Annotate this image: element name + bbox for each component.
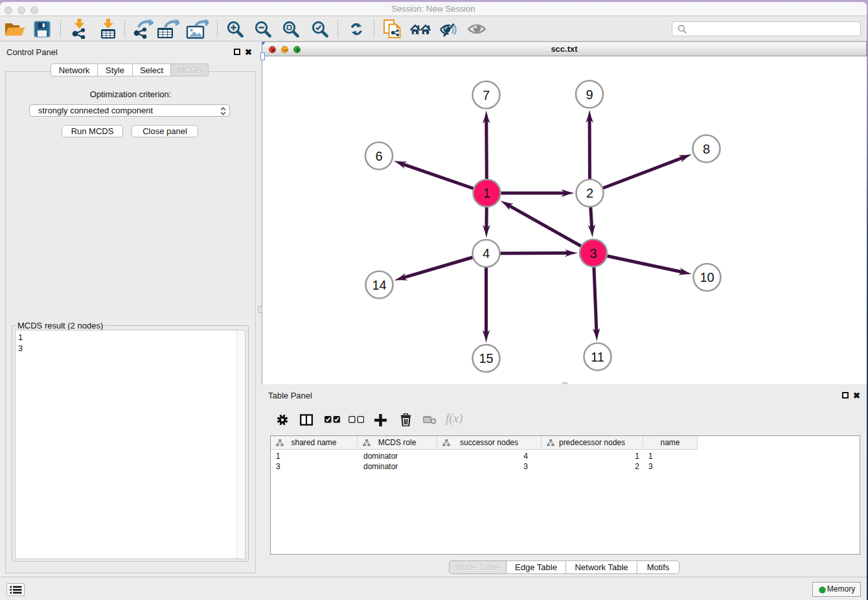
svg-text:1: 1 bbox=[483, 186, 490, 200]
svg-text:10: 10 bbox=[700, 270, 714, 284]
svg-text:11: 11 bbox=[591, 350, 604, 364]
svg-text:9: 9 bbox=[586, 87, 593, 102]
svg-text:3: 3 bbox=[589, 246, 597, 260]
svg-text:8: 8 bbox=[703, 142, 710, 156]
svg-text:7: 7 bbox=[483, 88, 490, 102]
svg-text:2: 2 bbox=[586, 186, 593, 200]
svg-text:6: 6 bbox=[375, 149, 382, 163]
svg-text:14: 14 bbox=[372, 278, 386, 292]
svg-text:15: 15 bbox=[479, 351, 493, 365]
svg-text:4: 4 bbox=[483, 246, 490, 260]
